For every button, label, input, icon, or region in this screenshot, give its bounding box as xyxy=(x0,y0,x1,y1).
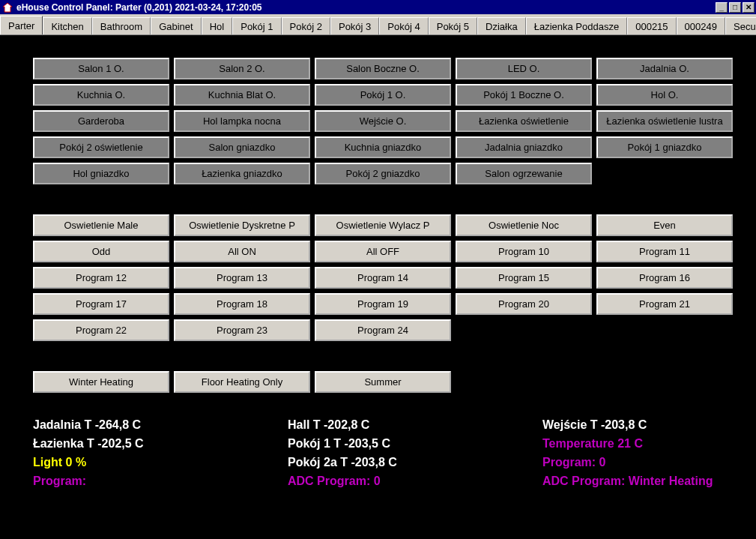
gray-button[interactable]: Hol O. xyxy=(596,84,733,106)
tab-parter[interactable]: Parter xyxy=(0,16,43,34)
gray-button[interactable]: Salon Boczne O. xyxy=(315,58,451,79)
status-col-2: Hall T -202,8 CPokój 1 T -203,5 CPokój 2… xyxy=(288,415,542,490)
light-button[interactable]: Program 12 xyxy=(33,267,169,289)
gray-button[interactable]: Pokój 1 gniazdko xyxy=(596,136,733,158)
tab-pok-j-3[interactable]: Pokój 3 xyxy=(330,17,379,34)
gray-button[interactable]: Salon 2 O. xyxy=(174,58,310,79)
status-line: Pokój 2a T -203,8 C xyxy=(288,453,542,472)
light-button[interactable]: Oswietlenie Wylacz P xyxy=(315,214,451,236)
tab-pok-j-5[interactable]: Pokój 5 xyxy=(429,17,477,34)
tab-bar: ParterKitchenBathroomGabinetHolPokój 1Po… xyxy=(0,14,756,35)
gray-button[interactable]: Jadalnia O. xyxy=(596,58,733,79)
outputs-grid: Salon 1 O.Salon 2 O.Salon Boczne O.LED O… xyxy=(33,58,723,184)
status-panel: Jadalnia T -264,8 CŁazienka T -202,5 CLi… xyxy=(33,400,723,490)
minimize-button[interactable]: _ xyxy=(716,2,728,13)
programs-grid: Oswietlenie MaleOswietlenie Dyskretne PO… xyxy=(33,214,723,341)
light-button[interactable]: All ON xyxy=(174,241,310,262)
tab--azienka-poddasze[interactable]: Łazienka Poddasze xyxy=(526,17,627,34)
gray-button[interactable]: Pokój 2 oświetlenie xyxy=(33,136,169,158)
light-button[interactable]: All OFF xyxy=(315,241,451,262)
status-line: Temperature 21 C xyxy=(542,434,756,453)
light-button[interactable]: Program 23 xyxy=(174,319,310,341)
gray-button[interactable]: Salon ogrzewanie xyxy=(456,163,592,184)
light-button[interactable]: Program 21 xyxy=(596,293,733,315)
light-button[interactable]: Program 11 xyxy=(596,241,733,262)
gray-button[interactable]: Salon gniazdko xyxy=(174,136,310,158)
status-line: Jadalnia T -264,8 C xyxy=(33,415,288,434)
main-panel: Salon 1 O.Salon 2 O.Salon Boczne O.LED O… xyxy=(0,35,756,498)
tab-000249[interactable]: 000249 xyxy=(677,17,725,34)
gray-button[interactable]: LED O. xyxy=(456,58,592,79)
light-button[interactable]: Program 24 xyxy=(315,319,451,341)
close-button[interactable]: ✕ xyxy=(743,2,755,13)
light-button[interactable]: Winter Heating xyxy=(33,371,169,393)
light-button[interactable]: Program 13 xyxy=(174,267,310,289)
status-line: Program: xyxy=(33,472,288,490)
status-line: Pokój 1 T -203,5 C xyxy=(288,434,542,453)
status-line: ADC Program: Winter Heating xyxy=(542,472,756,490)
gray-button[interactable]: Kuchnia O. xyxy=(33,84,169,106)
gray-button[interactable]: Wejście O. xyxy=(315,110,451,132)
gray-button[interactable]: Pokój 1 O. xyxy=(315,84,451,106)
gray-button[interactable]: Łazienka oświetlenie lustra xyxy=(596,110,733,132)
tab-kitchen[interactable]: Kitchen xyxy=(43,17,91,34)
gray-button[interactable]: Pokój 2 gniazdko xyxy=(315,163,451,184)
gray-button[interactable]: Jadalnia gniazdko xyxy=(456,136,592,158)
light-button[interactable]: Program 19 xyxy=(315,293,451,315)
light-button[interactable]: Program 15 xyxy=(456,267,592,289)
light-button[interactable]: Program 10 xyxy=(456,241,592,262)
status-col-1: Jadalnia T -264,8 CŁazienka T -202,5 CLi… xyxy=(33,415,288,490)
window-title: eHouse Control Panel: Parter (0,201) 202… xyxy=(16,2,716,13)
window-titlebar: eHouse Control Panel: Parter (0,201) 202… xyxy=(0,0,756,14)
light-button[interactable]: Program 18 xyxy=(174,293,310,315)
gray-button[interactable]: Salon 1 O. xyxy=(33,58,169,79)
status-line: Łazienka T -202,5 C xyxy=(33,434,288,453)
light-button[interactable]: Oswietlenie Dyskretne P xyxy=(174,214,310,236)
status-line: Program: 0 xyxy=(542,453,756,472)
gray-button[interactable]: Kuchnia gniazdko xyxy=(315,136,451,158)
light-button[interactable]: Program 22 xyxy=(33,319,169,341)
gray-button[interactable]: Łazienka oświetlenie xyxy=(456,110,592,132)
svg-marker-0 xyxy=(3,3,12,12)
status-col-3: Wejście T -203,8 CTemperature 21 CProgra… xyxy=(542,415,756,490)
gray-button[interactable]: Łazienka gniazdko xyxy=(174,163,310,184)
tab-security[interactable]: Security xyxy=(725,17,756,34)
status-line: Wejście T -203,8 C xyxy=(542,415,756,434)
light-button[interactable]: Summer xyxy=(315,371,451,393)
light-button[interactable]: Oswietlenie Male xyxy=(33,214,169,236)
gray-button[interactable]: Hol lampka nocna xyxy=(174,110,310,132)
light-button[interactable]: Program 17 xyxy=(33,293,169,315)
app-icon xyxy=(1,1,13,13)
gray-button[interactable]: Kuchnia Blat O. xyxy=(174,84,310,106)
tab-hol[interactable]: Hol xyxy=(202,17,233,34)
light-button[interactable]: Program 14 xyxy=(315,267,451,289)
tab-gabinet[interactable]: Gabinet xyxy=(151,17,202,34)
gray-button[interactable]: Pokój 1 Boczne O. xyxy=(456,84,592,106)
light-button[interactable]: Even xyxy=(596,214,733,236)
status-line: ADC Program: 0 xyxy=(288,472,542,490)
light-button[interactable]: Program 20 xyxy=(456,293,592,315)
status-line: Light 0 % xyxy=(33,453,288,472)
light-button[interactable]: Floor Heating Only xyxy=(174,371,310,393)
light-button[interactable]: Program 16 xyxy=(596,267,733,289)
light-button[interactable]: Oswietlenie Noc xyxy=(456,214,592,236)
tab-pok-j-4[interactable]: Pokój 4 xyxy=(379,17,428,34)
light-button[interactable]: Odd xyxy=(33,241,169,262)
tab-dzia-ka[interactable]: Działka xyxy=(477,17,526,34)
status-line: Hall T -202,8 C xyxy=(288,415,542,434)
maximize-button[interactable]: □ xyxy=(729,2,741,13)
tab-pok-j-2[interactable]: Pokój 2 xyxy=(282,17,330,34)
tab-000215[interactable]: 000215 xyxy=(627,17,676,34)
gray-button[interactable]: Hol gniazdko xyxy=(33,163,169,184)
modes-grid: Winter HeatingFloor Heating OnlySummer xyxy=(33,371,723,393)
gray-button[interactable]: Garderoba xyxy=(33,110,169,132)
tab-pok-j-1[interactable]: Pokój 1 xyxy=(232,17,281,34)
tab-bathroom[interactable]: Bathroom xyxy=(92,17,151,34)
